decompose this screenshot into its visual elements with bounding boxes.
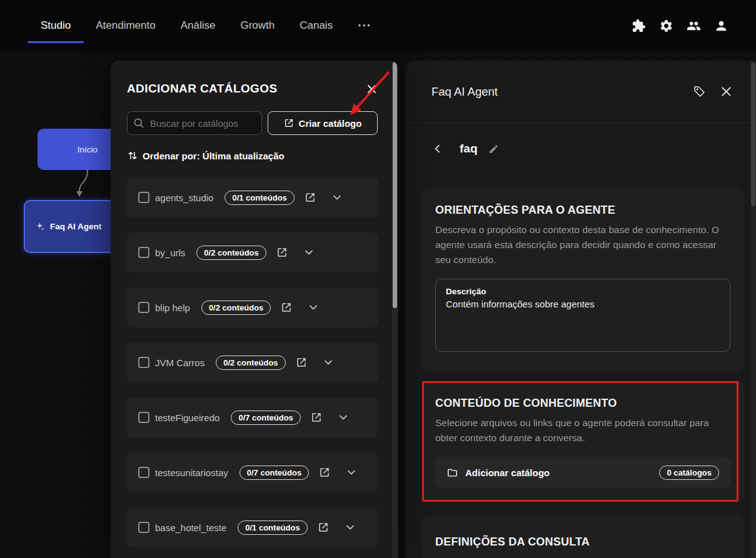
open-catalog-icon[interactable]: [319, 467, 330, 478]
chevron-left-icon[interactable]: [431, 142, 444, 155]
modal-title: ADICIONAR CATÁLOGOS: [127, 82, 278, 96]
people-icon[interactable]: [687, 19, 701, 33]
sort-arrows-icon: [127, 150, 138, 161]
chevron-down-icon[interactable]: [331, 191, 343, 204]
chevron-down-icon[interactable]: [337, 411, 350, 424]
folder-icon: [446, 467, 458, 479]
tab-analise[interactable]: Análise: [181, 19, 216, 32]
catalogs-count-badge: 0 catálogos: [659, 466, 719, 480]
scrollbar-thumb[interactable]: [751, 62, 755, 206]
panel-title: Faq AI Agent: [431, 85, 498, 99]
orientation-section: ORIENTAÇÕES PARA O AGENTE Descreva o pro…: [421, 189, 744, 372]
catalog-name: by_urls: [155, 247, 185, 258]
tab-studio[interactable]: Studio: [41, 19, 71, 32]
catalog-checkbox[interactable]: [138, 522, 149, 533]
create-catalog-button[interactable]: Criar catálogo: [268, 111, 378, 135]
catalog-name: JVM Carros: [155, 357, 204, 368]
add-catalog-label: Adicionar catálogo: [465, 467, 550, 478]
sort-label: Ordenar por: Última atualização: [143, 151, 285, 161]
scrollbar-thumb[interactable]: [393, 62, 397, 308]
open-catalog-icon[interactable]: [276, 247, 288, 258]
catalog-checkbox[interactable]: [138, 357, 149, 368]
assistant-icon[interactable]: [714, 19, 728, 33]
catalog-list-item: base_hotel_teste 0/1 conteúdos: [127, 507, 378, 547]
catalog-count-badge: 0/2 conteúdos: [196, 246, 266, 260]
external-link-icon: [284, 118, 294, 128]
knowledge-base-name: faq: [460, 142, 478, 156]
catalog-count-badge: 0/2 conteúdos: [201, 301, 271, 315]
sparkle-icon: [34, 221, 45, 232]
node-label: Início: [78, 145, 98, 154]
modal-scrollbar[interactable]: [392, 61, 398, 558]
chevron-down-icon[interactable]: [344, 521, 356, 534]
knowledge-description: Selecione arquivos ou links que o agente…: [435, 416, 729, 446]
catalog-count-badge: 0/1 conteúdos: [224, 191, 294, 205]
catalog-checkbox[interactable]: [138, 192, 149, 203]
orientation-description: Descreva o propósito ou contexto desta b…: [435, 222, 729, 267]
open-catalog-icon[interactable]: [311, 412, 322, 423]
close-icon[interactable]: [366, 83, 378, 95]
node-label: Faq AI Agent: [50, 222, 101, 231]
tab-canais[interactable]: Canais: [300, 19, 333, 32]
open-catalog-icon[interactable]: [318, 522, 329, 533]
catalog-list-item: testeFigueiredo 0/7 conteúdos: [127, 397, 378, 437]
catalog-name: blip help: [155, 302, 190, 313]
knowledge-content-section: CONTEÚDO DE CONHECIMENTO Selecione arqui…: [421, 381, 744, 501]
tab-growth[interactable]: Growth: [240, 19, 275, 32]
catalog-name: base_hotel_teste: [155, 522, 226, 533]
catalog-count-badge: 0/7 conteúdos: [231, 411, 300, 425]
catalog-name: testeFigueiredo: [155, 412, 219, 423]
divider: [405, 122, 756, 123]
app-root: Studio Atendimento Análise Growth Canais…: [0, 0, 756, 558]
edit-pencil-icon[interactable]: [488, 144, 499, 154]
add-catalogs-modal: ADICIONAR CATÁLOGOS Criar catálogo Orden…: [111, 61, 398, 558]
nav-icon-group: [632, 19, 728, 33]
panel-header: Faq AI Agent: [405, 61, 756, 122]
gear-icon[interactable]: [659, 19, 673, 33]
catalog-list-item: JVM Carros 0/2 conteúdos: [127, 342, 378, 382]
panel-scrollbar[interactable]: [750, 61, 756, 558]
orientation-heading: ORIENTAÇÕES PARA O AGENTE: [435, 204, 730, 217]
catalog-name: agents_studio: [155, 192, 213, 203]
faq-ai-agent-panel: Faq AI Agent faq ORIENTAÇÕES PARA O AGEN…: [405, 61, 756, 558]
catalog-checkbox[interactable]: [138, 412, 149, 423]
chevron-down-icon[interactable]: [322, 356, 335, 369]
catalog-list-item: by_urls 0/2 conteúdos: [127, 232, 378, 272]
tab-atendimento[interactable]: Atendimento: [96, 19, 155, 32]
nav-tabs: Studio Atendimento Análise Growth Canais…: [41, 19, 371, 32]
catalog-checkbox[interactable]: [138, 467, 149, 478]
puzzle-icon[interactable]: [632, 19, 646, 33]
chevron-down-icon[interactable]: [345, 466, 358, 479]
catalog-count-badge: 0/7 conteúdos: [239, 466, 309, 480]
catalog-checkbox[interactable]: [138, 302, 149, 313]
catalog-list-item: blip help 0/2 conteúdos: [127, 287, 378, 327]
modal-header: ADICIONAR CATÁLOGOS: [127, 82, 378, 96]
add-catalog-button[interactable]: Adicionar catálogo 0 catálogos: [435, 457, 730, 488]
catalog-list-item: testesunitariostay 0/7 conteúdos: [127, 452, 378, 492]
open-catalog-icon[interactable]: [296, 357, 307, 368]
catalog-checkbox[interactable]: [138, 247, 149, 258]
search-input[interactable]: [127, 111, 262, 135]
sort-control[interactable]: Ordenar por: Última atualização: [127, 150, 398, 161]
chevron-down-icon[interactable]: [303, 246, 315, 259]
search-row: Criar catálogo: [127, 111, 378, 135]
tag-icon[interactable]: [693, 85, 706, 98]
knowledge-base-header: faq: [405, 140, 756, 157]
query-settings-heading: DEFINIÇÕES DA CONSULTA: [435, 536, 730, 549]
description-field[interactable]: Descrição Contém informações sobre agent…: [435, 279, 730, 352]
search-box: [127, 111, 262, 135]
catalog-list-item: agents_studio 0/1 conteúdos: [127, 177, 378, 217]
knowledge-heading: CONTEÚDO DE CONHECIMENTO: [435, 397, 730, 410]
catalog-count-badge: 0/1 conteúdos: [238, 521, 307, 535]
description-field-value: Contém informações sobre agentes: [446, 299, 720, 309]
catalog-name: testesunitariostay: [155, 467, 228, 478]
chevron-down-icon[interactable]: [307, 301, 320, 314]
nav-more-button[interactable]: ···: [358, 19, 371, 32]
open-catalog-icon[interactable]: [305, 192, 316, 203]
panel-header-icons: [693, 85, 733, 98]
open-catalog-icon[interactable]: [281, 302, 292, 313]
close-icon[interactable]: [720, 85, 733, 98]
catalog-list: agents_studio 0/1 conteúdos by_urls 0/2 …: [127, 177, 378, 547]
create-catalog-label: Criar catálogo: [299, 118, 362, 129]
query-settings-section: DEFINIÇÕES DA CONSULTA: [421, 516, 744, 558]
